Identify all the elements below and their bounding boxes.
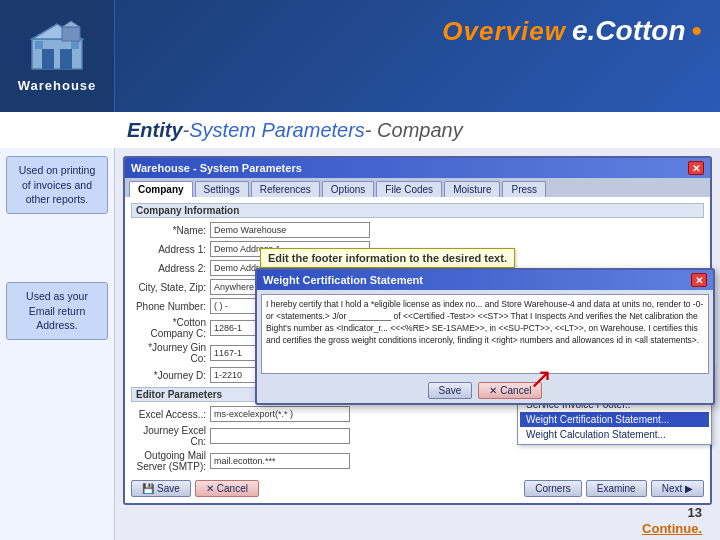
address1-label: Address 1: — [131, 244, 206, 255]
tab-filecodes[interactable]: File Codes — [376, 181, 442, 197]
continue-link[interactable]: Continue. — [642, 521, 702, 536]
cancel-icon: ✕ — [206, 483, 214, 494]
svg-marker-7 — [62, 21, 80, 27]
cert-titlebar: Weight Certification Statement ✕ — [257, 270, 713, 290]
left-info-box-1: Used on printing of invoices and other r… — [6, 156, 108, 214]
warehouse-label: Warehouse — [18, 78, 97, 93]
entity-company: - Company — [365, 119, 463, 142]
name-row: *Name: — [131, 222, 704, 238]
name-label: *Name: — [131, 225, 206, 236]
entity-text: Entity — [127, 119, 183, 142]
overview-area: Overview e.Cotton • — [115, 0, 720, 48]
sys-tabs: Company Settings References Options File… — [125, 178, 710, 197]
company-label: *Cotton Company C: — [131, 317, 206, 339]
journey-d-label: *Journey D: — [131, 370, 206, 381]
entity-system-params: System Parameters — [189, 119, 365, 142]
cert-content: I hereby certify that I hold a *eligible… — [261, 294, 709, 374]
tab-moisture[interactable]: Moisture — [444, 181, 500, 197]
page-number: 13 — [688, 505, 702, 520]
svg-rect-6 — [62, 27, 80, 41]
address2-label: Address 2: — [131, 263, 206, 274]
tab-options[interactable]: Options — [322, 181, 374, 197]
warehouse-icon — [27, 19, 87, 74]
tab-settings[interactable]: Settings — [195, 181, 249, 197]
company-info-section: Company Information — [131, 203, 704, 218]
entity-heading: Entity - System Parameters - Company — [115, 112, 720, 148]
cert-close-btn[interactable]: ✕ — [691, 273, 707, 287]
sys-title: Warehouse - System Parameters — [131, 162, 302, 174]
journey-excel-input[interactable] — [210, 428, 350, 444]
next-button[interactable]: Next ▶ — [651, 480, 704, 497]
cert-cancel-x-icon: ✕ — [489, 385, 497, 396]
svg-rect-4 — [35, 41, 43, 49]
popup-weight-cert[interactable]: Weight Certification Statement... — [520, 412, 709, 427]
phone-label: Phone Number: — [131, 301, 206, 312]
cert-save-btn[interactable]: Save — [428, 382, 473, 399]
corners-button[interactable]: Corners — [524, 480, 582, 497]
left-panel: Used on printing of invoices and other r… — [0, 148, 115, 540]
save-button[interactable]: 💾 Save — [131, 480, 191, 497]
save-icon: 💾 — [142, 483, 154, 494]
overview-dot: • — [691, 14, 702, 48]
examine-button[interactable]: Examine — [586, 480, 647, 497]
top-banner: Warehouse Overview e.Cotton • — [0, 0, 720, 112]
arrow-indicator: ↗ — [529, 362, 552, 395]
cancel-button[interactable]: ✕ Cancel — [195, 480, 259, 497]
entity-dash: - — [183, 119, 190, 142]
sys-close-btn[interactable]: ✕ — [688, 161, 704, 175]
journey-excel-label: Journey Excel Cn: — [131, 425, 206, 447]
main-area: Warehouse - System Parameters ✕ Company … — [115, 148, 720, 540]
journey-gin-label: *Journey Gin Co: — [131, 342, 206, 364]
svg-rect-3 — [60, 49, 72, 69]
excel-input[interactable] — [210, 406, 350, 422]
name-input[interactable] — [210, 222, 370, 238]
outgoing-input[interactable] — [210, 453, 350, 469]
bottom-btn-row: 💾 Save ✕ Cancel Corners Examine Next ▶ — [131, 480, 704, 497]
city-label: City, State, Zip: — [131, 282, 206, 293]
left-info-box-2: Used as your Email return Address. — [6, 282, 108, 340]
outgoing-row: Outgoing Mail Server (SMTP): — [131, 450, 704, 472]
cert-buttons: Save ✕ Cancel — [257, 378, 713, 403]
tab-references[interactable]: References — [251, 181, 320, 197]
cert-title: Weight Certification Statement — [263, 274, 423, 286]
svg-rect-2 — [42, 49, 54, 69]
outgoing-label: Outgoing Mail Server (SMTP): — [131, 450, 206, 472]
tab-press[interactable]: Press — [502, 181, 546, 197]
overview-title: Overview — [442, 16, 566, 47]
warehouse-box: Warehouse — [0, 0, 115, 112]
tab-company[interactable]: Company — [129, 181, 193, 197]
popup-weight-calc[interactable]: Weight Calculation Statement... — [520, 427, 709, 442]
svg-rect-5 — [71, 41, 79, 49]
cert-dialog: Weight Certification Statement ✕ I hereb… — [255, 268, 715, 405]
edit-tooltip: Edit the footer information to the desir… — [260, 248, 515, 268]
sys-titlebar: Warehouse - System Parameters ✕ — [125, 158, 710, 178]
ecotton-label: e.Cotton — [572, 15, 686, 47]
excel-label: Excel Access..: — [131, 409, 206, 420]
